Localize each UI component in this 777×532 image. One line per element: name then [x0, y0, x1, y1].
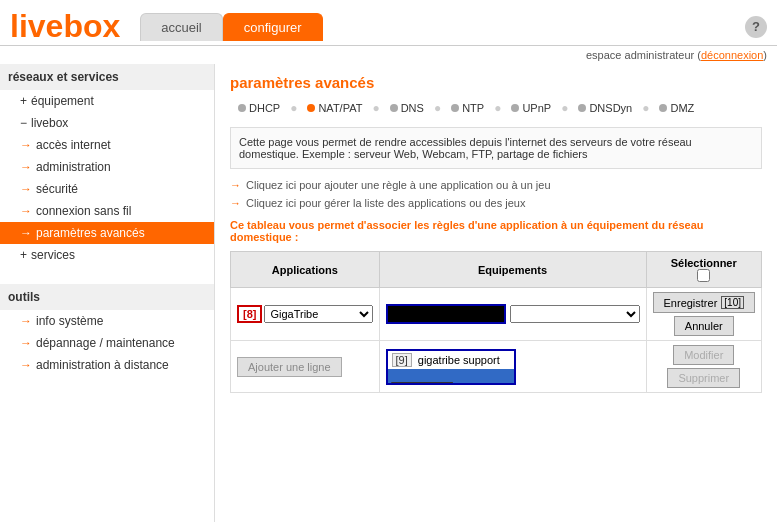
register-button[interactable]: Enregistrer [10]	[653, 292, 755, 313]
equip-dropdown[interactable]	[510, 305, 640, 323]
item-label: accès internet	[36, 138, 111, 152]
arrow-icon: →	[20, 358, 32, 372]
admin-close: )	[763, 49, 767, 61]
cancel-button[interactable]: Annuler	[674, 316, 734, 336]
col-header-select: Sélectionner	[646, 252, 761, 288]
plus-icon: +	[20, 94, 27, 108]
deconnexion-link[interactable]: déconnexion	[701, 49, 763, 61]
add-line-button[interactable]: Ajouter une ligne	[237, 357, 342, 377]
tab-ntp[interactable]: NTP	[443, 99, 492, 117]
tab-label: DHCP	[249, 102, 280, 114]
sidebar-item-services[interactable]: + services	[0, 244, 214, 266]
sidebar-item-securite[interactable]: → sécurité	[0, 178, 214, 200]
item-label: dépannage / maintenance	[36, 336, 175, 350]
action-link-text[interactable]: Cliquez ici pour gérer la liste des appl…	[246, 197, 525, 209]
item-label: sécurité	[36, 182, 78, 196]
content-area: paramètres avancés DHCP ● NAT/PAT ● DNS …	[215, 64, 777, 522]
item-label: livebox	[31, 116, 68, 130]
sidebar-item-livebox[interactable]: − livebox	[0, 112, 214, 134]
equip-listbox[interactable]: [9] gigatribe support ___________	[386, 349, 516, 385]
equip-cell	[379, 288, 646, 341]
sidebar-item-info-systeme[interactable]: → info système	[0, 310, 214, 332]
arrow-icon: →	[20, 226, 32, 240]
sidebar-item-parametres-avances[interactable]: → paramètres avancés	[0, 222, 214, 244]
tab-label: DNS	[401, 102, 424, 114]
action-link-1[interactable]: → Cliquez ici pour ajouter une règle à u…	[230, 179, 762, 191]
sidebar-item-admin-distance[interactable]: → administration à distance	[0, 354, 214, 376]
table-row-2: Ajouter une ligne [9] gigatribe support …	[231, 341, 762, 393]
tab-natpat[interactable]: NAT/PAT	[299, 99, 370, 117]
tab-upnp[interactable]: UPnP	[503, 99, 559, 117]
arrow-icon: →	[230, 179, 241, 191]
equip-badge: [9]	[392, 353, 412, 367]
tab-accueil[interactable]: accueil	[140, 13, 222, 41]
tab-label: UPnP	[522, 102, 551, 114]
admin-text: espace administrateur (	[586, 49, 701, 61]
arrow-icon: →	[20, 204, 32, 218]
app-badge: [8]	[237, 305, 262, 323]
action-link-text[interactable]: Cliquez ici pour ajouter une règle à une…	[246, 179, 551, 191]
tab-dot	[578, 104, 586, 112]
tab-dhcp[interactable]: DHCP	[230, 99, 288, 117]
tab-label: DMZ	[670, 102, 694, 114]
section-label: outils	[8, 290, 40, 304]
arrow-icon: →	[20, 314, 32, 328]
section-label: réseaux et services	[8, 70, 119, 84]
tab-dns[interactable]: DNS	[382, 99, 432, 117]
equip-input-display	[386, 304, 506, 324]
arrow-icon: →	[20, 336, 32, 350]
tabs-bar: DHCP ● NAT/PAT ● DNS ● NTP ● UPnP ●	[230, 99, 762, 117]
equip-cell-2: [9] gigatribe support ___________	[379, 341, 646, 393]
app-cell-2: Ajouter une ligne	[231, 341, 380, 393]
col-select-label: Sélectionner	[671, 257, 737, 269]
info-box: Cette page vous permet de rendre accessi…	[230, 127, 762, 169]
info-text: Cette page vous permet de rendre accessi…	[239, 136, 692, 160]
arrow-icon: →	[20, 160, 32, 174]
help-button[interactable]: ?	[745, 16, 767, 38]
arrow-icon: →	[20, 138, 32, 152]
col-header-apps: Applications	[231, 252, 380, 288]
listbox-item: [9] gigatribe support	[388, 351, 514, 369]
action-link-2[interactable]: → Cliquez ici pour gérer la liste des ap…	[230, 197, 762, 209]
item-label: connexion sans fil	[36, 204, 131, 218]
tab-label: DNSDyn	[589, 102, 632, 114]
listbox-item-selected[interactable]: ___________	[388, 369, 514, 385]
sidebar-section-outils: outils	[0, 284, 214, 310]
sidebar-item-equipement[interactable]: + équipement	[0, 90, 214, 112]
item-label: équipement	[31, 94, 94, 108]
delete-button[interactable]: Supprimer	[667, 368, 740, 388]
sidebar: réseaux et services + équipement − liveb…	[0, 64, 215, 522]
tab-dot	[307, 104, 315, 112]
app-logo: livebox	[10, 8, 120, 45]
select-cell: Enregistrer [10] Annuler	[646, 288, 761, 341]
sidebar-item-depannage[interactable]: → dépannage / maintenance	[0, 332, 214, 354]
tab-dot	[659, 104, 667, 112]
sidebar-item-administration[interactable]: → administration	[0, 156, 214, 178]
app-dropdown[interactable]: GigaTribe	[264, 305, 372, 323]
app-cell: [8] GigaTribe	[231, 288, 380, 341]
sidebar-section-reseaux: réseaux et services	[0, 64, 214, 90]
item-label: administration à distance	[36, 358, 169, 372]
modify-button[interactable]: Modifier	[673, 345, 734, 365]
tab-configurer[interactable]: configurer	[223, 13, 323, 41]
tab-dmz[interactable]: DMZ	[651, 99, 702, 117]
item-label: info système	[36, 314, 103, 328]
tab-dot	[451, 104, 459, 112]
arrow-icon: →	[20, 182, 32, 196]
table-description: Ce tableau vous permet d'associer les rè…	[230, 219, 762, 243]
tab-dnsdyn[interactable]: DNSDyn	[570, 99, 640, 117]
item-label: paramètres avancés	[36, 226, 145, 240]
plus-icon: +	[20, 248, 27, 262]
tab-dot	[390, 104, 398, 112]
tab-label: NTP	[462, 102, 484, 114]
select-all-checkbox[interactable]	[697, 269, 710, 282]
association-table: Applications Equipements Sélectionner [8…	[230, 251, 762, 393]
sidebar-item-acces-internet[interactable]: → accès internet	[0, 134, 214, 156]
col-header-equip: Equipements	[379, 252, 646, 288]
item-label: administration	[36, 160, 111, 174]
tab-label: NAT/PAT	[318, 102, 362, 114]
tab-dot	[238, 104, 246, 112]
minus-icon: −	[20, 116, 27, 130]
item-label: services	[31, 248, 75, 262]
sidebar-item-connexion-sans-fil[interactable]: → connexion sans fil	[0, 200, 214, 222]
